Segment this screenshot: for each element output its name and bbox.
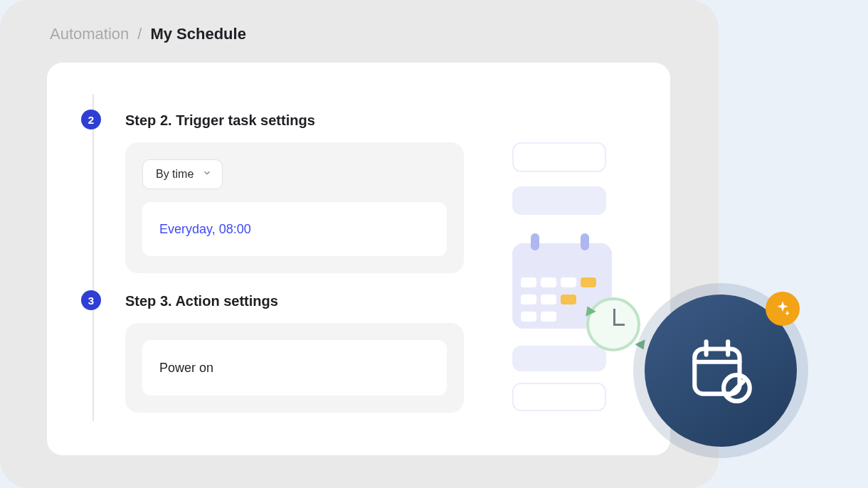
clock-refresh-icon <box>586 297 640 351</box>
chevron-down-icon <box>202 168 212 181</box>
action-summary-text: Power on <box>159 361 213 376</box>
breadcrumb-parent[interactable]: Automation <box>50 25 129 43</box>
trigger-summary-row[interactable]: Everyday, 08:00 <box>142 202 447 256</box>
preview-placeholder-4 <box>512 383 606 411</box>
sparkle-icon <box>766 292 800 326</box>
step-2-number: 2 <box>88 114 94 126</box>
step-timeline <box>92 94 94 421</box>
trigger-type-label: By time <box>156 168 194 181</box>
breadcrumb-separator: / <box>137 25 142 43</box>
step-3-number: 3 <box>88 295 94 307</box>
preview-placeholder-2 <box>512 186 606 215</box>
calendar-clock-illustration <box>512 228 626 349</box>
schedule-edit-fab[interactable] <box>645 295 797 447</box>
trigger-settings-box: By time Everyday, 08:00 <box>125 142 464 273</box>
svg-rect-0 <box>694 349 739 393</box>
breadcrumb-current: My Schedule <box>150 25 245 43</box>
step-2-title: Step 2. Trigger task settings <box>125 112 315 129</box>
preview-placeholder-1 <box>512 142 606 172</box>
action-settings-box: Power on <box>125 323 464 413</box>
schedule-edit-icon <box>684 333 757 408</box>
preview-placeholder-3 <box>512 346 606 371</box>
step-2-badge: 2 <box>81 110 101 129</box>
breadcrumb: Automation / My Schedule <box>50 25 246 43</box>
trigger-summary-text: Everyday, 08:00 <box>159 222 251 237</box>
step-3-badge: 3 <box>81 290 101 310</box>
step-3-title: Step 3. Action settings <box>125 293 278 309</box>
action-summary-row[interactable]: Power on <box>142 340 447 396</box>
schedule-card: 2 Step 2. Trigger task settings By time … <box>47 63 670 455</box>
trigger-type-select[interactable]: By time <box>142 159 223 189</box>
